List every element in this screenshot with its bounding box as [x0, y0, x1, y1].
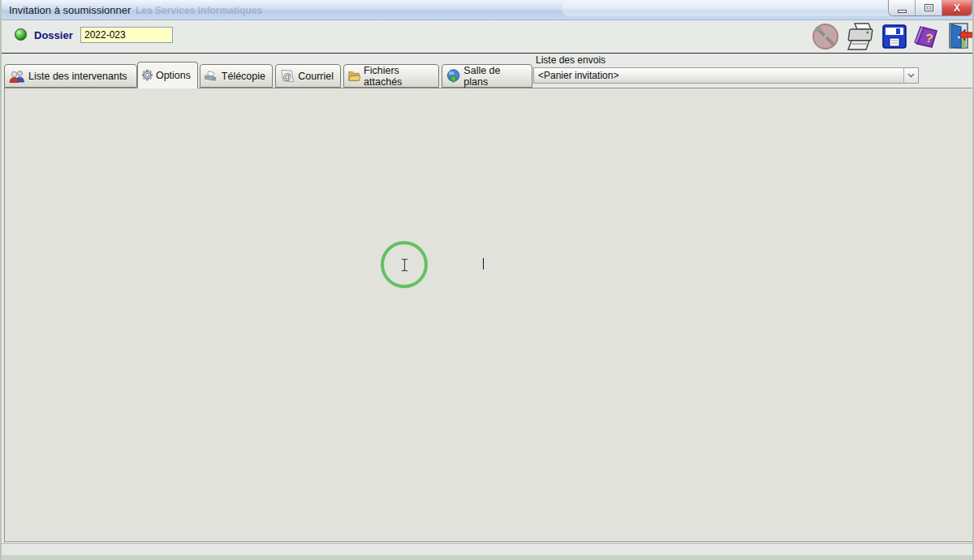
tab-label: Options	[156, 70, 191, 81]
people-icon	[9, 70, 25, 83]
options-tab-panel	[4, 88, 973, 542]
tab-fichiers-attaches[interactable]: Fichiers attachés	[343, 64, 439, 88]
tab-label: Courriel	[298, 71, 334, 82]
tab-liste-des-intervenants[interactable]: Liste des intervenants	[4, 64, 137, 88]
liste-des-envois-label: Liste des envois	[536, 54, 606, 66]
combo-value: <Panier invitation>	[534, 68, 903, 83]
window-bottom-edge	[2, 555, 974, 560]
tab-label: Salle de plans	[463, 65, 525, 88]
close-icon: X	[954, 2, 960, 14]
tab-label: Fichiers attachés	[364, 65, 432, 88]
tab-label: Télécopie	[222, 71, 265, 82]
fax-icon	[205, 69, 218, 83]
chevron-down-icon[interactable]	[903, 68, 918, 83]
svg-text:@: @	[283, 71, 291, 81]
gear-icon	[142, 68, 153, 82]
globe-icon	[446, 69, 460, 84]
minimize-button[interactable]	[889, 0, 916, 15]
text-caret	[483, 258, 484, 269]
titlebar-streak	[562, 2, 903, 16]
exit-icon[interactable]	[943, 21, 974, 52]
title-bar: Les Services Informatiques Invitation à …	[2, 0, 974, 20]
window-controls: X	[888, 0, 972, 16]
tab-salle-de-plans[interactable]: Salle de plans	[442, 64, 532, 88]
tab-telecopie[interactable]: Télécopie	[200, 64, 273, 88]
background-window-title: Les Services Informatiques	[136, 5, 262, 16]
toolbar: Dossier ?	[2, 20, 974, 54]
help-icon[interactable]: ?	[912, 23, 940, 50]
tab-options[interactable]: Options	[137, 62, 198, 88]
tools-icon[interactable]	[811, 22, 840, 51]
application-window: Les Services Informatiques Invitation à …	[0, 0, 974, 560]
printer-icon[interactable]	[844, 22, 877, 53]
status-led	[15, 28, 27, 41]
minimize-icon	[898, 10, 907, 13]
tab-courriel[interactable]: @ Courriel	[275, 64, 341, 88]
dossier-label: Dossier	[34, 29, 73, 41]
tab-label: Liste des intervenants	[28, 71, 127, 82]
folder-icon	[348, 69, 360, 83]
window-title: Invitation à soumissionner	[9, 4, 131, 16]
maximize-icon	[924, 4, 933, 11]
save-icon[interactable]	[882, 24, 907, 49]
at-icon: @	[280, 69, 295, 83]
dossier-input[interactable]	[80, 27, 173, 43]
maximize-button[interactable]	[916, 0, 942, 15]
liste-des-envois-combo[interactable]: <Panier invitation>	[533, 67, 919, 84]
close-button[interactable]: X	[942, 0, 972, 15]
